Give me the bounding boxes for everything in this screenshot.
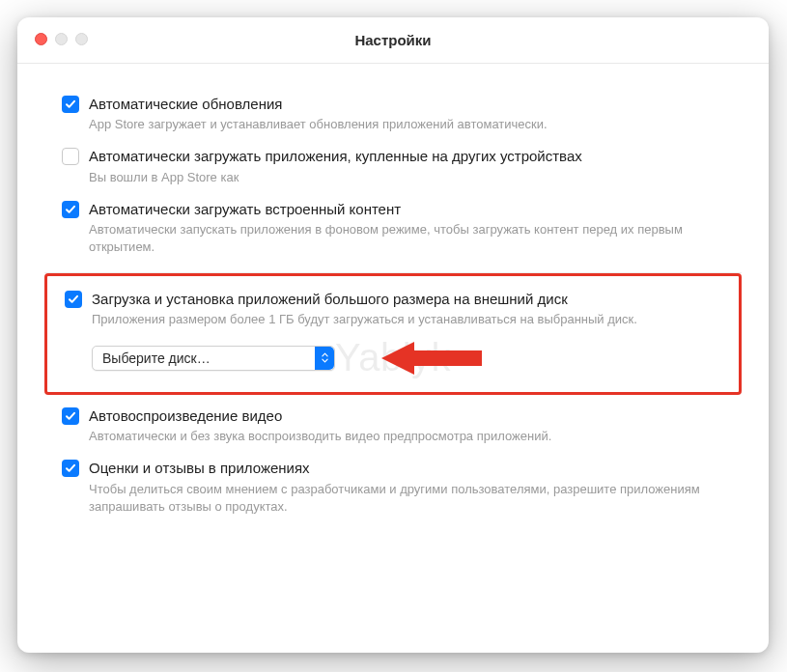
- titlebar: Настройки: [17, 17, 769, 64]
- auto-updates-checkbox[interactable]: [62, 96, 79, 113]
- setting-desc: Автоматически запускать приложения в фон…: [89, 221, 724, 256]
- chevron-up-icon: [322, 352, 328, 357]
- setting-row: Автоматически загружать встроенный конте…: [62, 200, 724, 257]
- setting-label: Автоматически загружать встроенный конте…: [89, 200, 724, 219]
- setting-desc: Приложения размером более 1 ГБ будут заг…: [92, 311, 721, 328]
- setting-desc: App Store загружает и устанавливает обно…: [89, 116, 724, 133]
- highlighted-section: Загрузка и установка приложений большого…: [44, 273, 742, 395]
- setting-desc: Автоматически и без звука воспроизводить…: [89, 428, 724, 445]
- svg-marker-0: [381, 342, 482, 375]
- setting-label: Автовоспроизведение видео: [89, 406, 724, 426]
- popup-chevrons-icon: [315, 347, 334, 370]
- check-icon: [65, 204, 76, 215]
- setting-label: Автоматически загружать приложения, купл…: [89, 147, 724, 166]
- ratings-reviews-checkbox[interactable]: [62, 460, 79, 477]
- chevron-down-icon: [322, 358, 328, 363]
- setting-row: Загрузка и установка приложений большого…: [65, 290, 721, 328]
- settings-window: Настройки Yablyk Автоматические обновлен…: [17, 17, 769, 653]
- external-disk-checkbox[interactable]: [65, 291, 82, 308]
- disk-select[interactable]: Выберите диск…: [92, 346, 335, 371]
- content-area: Автоматические обновления App Store загр…: [17, 64, 769, 554]
- auto-download-purchased-checkbox[interactable]: [62, 148, 79, 165]
- minimize-icon[interactable]: [55, 33, 68, 45]
- setting-label: Автоматические обновления: [89, 95, 724, 114]
- setting-desc: Чтобы делиться своим мнением с разработч…: [89, 481, 724, 516]
- arrow-annotation-icon: [381, 338, 488, 378]
- setting-row: Автовоспроизведение видео Автоматически …: [62, 406, 724, 445]
- settings-group: Автовоспроизведение видео Автоматически …: [44, 395, 742, 531]
- window-title: Настройки: [17, 32, 769, 48]
- check-icon: [65, 462, 76, 474]
- settings-group: Автоматические обновления App Store загр…: [44, 83, 742, 273]
- check-icon: [68, 294, 79, 305]
- setting-row: Автоматические обновления App Store загр…: [62, 95, 724, 133]
- disk-select-value: Выберите диск…: [102, 350, 211, 366]
- close-icon[interactable]: [35, 33, 47, 45]
- setting-label: Загрузка и установка приложений большого…: [92, 290, 721, 309]
- traffic-lights: [35, 33, 88, 45]
- check-icon: [65, 410, 76, 422]
- auto-download-content-checkbox[interactable]: [62, 201, 79, 218]
- zoom-icon[interactable]: [75, 33, 88, 45]
- autoplay-video-checkbox[interactable]: [62, 407, 79, 425]
- setting-row: Оценки и отзывы в приложениях Чтобы дели…: [62, 459, 724, 516]
- setting-label: Оценки и отзывы в приложениях: [89, 459, 724, 478]
- setting-desc: Вы вошли в App Store как: [89, 169, 724, 186]
- check-icon: [65, 98, 76, 110]
- disk-select-row: Выберите диск…: [92, 346, 721, 371]
- setting-row: Автоматически загружать приложения, купл…: [62, 147, 724, 185]
